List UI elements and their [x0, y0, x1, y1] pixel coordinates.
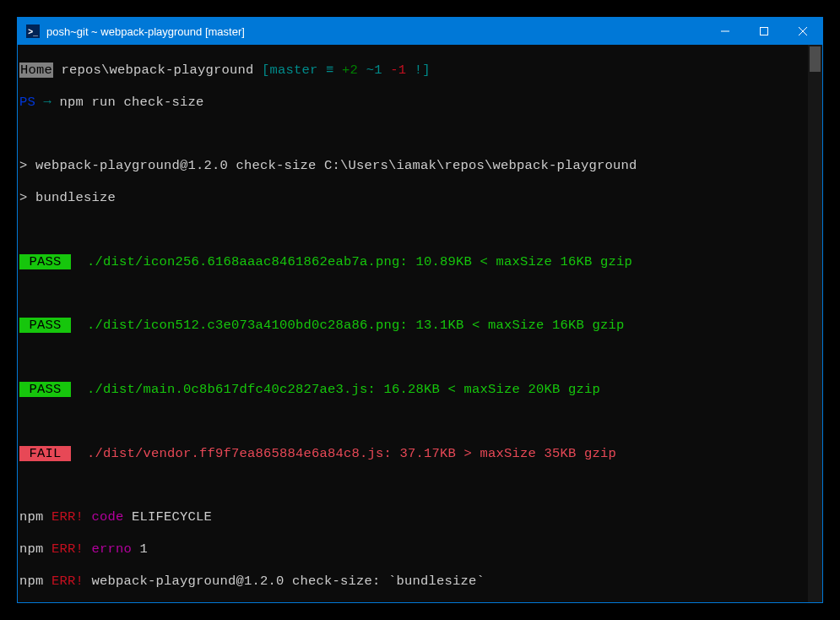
npm-label: npm	[19, 541, 44, 557]
err-code-value: ELIFECYCLE	[124, 509, 213, 525]
maximize-button[interactable]	[745, 18, 783, 45]
err-label: ERR!	[44, 509, 84, 525]
result-line-1: ./dist/icon256.6168aaac8461862eab7a.png:…	[71, 254, 632, 269]
branch-name: master	[270, 63, 318, 78]
terminal-output[interactable]: Home repos\webpack-playground [master ≡ …	[18, 45, 808, 602]
err-errno-label: errno	[84, 541, 132, 557]
git-added: +2	[342, 63, 358, 78]
window-controls	[706, 18, 822, 45]
command-text: npm run check-size	[60, 95, 204, 110]
terminal-window: >_ posh~git ~ webpack-playground [master…	[17, 17, 823, 603]
home-badge: Home	[19, 63, 53, 78]
git-modified: ~1	[358, 63, 390, 78]
svg-rect-1	[761, 28, 768, 35]
bracket-open: [	[262, 63, 270, 78]
npm-run-header-2: > bundlesize	[19, 190, 116, 205]
powershell-icon: >_	[26, 24, 40, 38]
err-label: ERR!	[44, 574, 84, 589]
npm-label: npm	[19, 574, 44, 589]
scrollbar-thumb[interactable]	[810, 46, 821, 72]
window-title: posh~git ~ webpack-playground [master]	[46, 25, 706, 38]
minimize-button[interactable]	[706, 18, 745, 45]
pass-badge: PASS	[19, 254, 71, 269]
pass-badge: PASS	[19, 382, 71, 397]
fail-badge: FAIL	[19, 446, 71, 461]
close-button[interactable]	[783, 18, 822, 45]
titlebar[interactable]: >_ posh~git ~ webpack-playground [master…	[18, 18, 822, 45]
result-line-3: ./dist/main.0c8b617dfc40c2827ae3.js: 16.…	[71, 382, 600, 397]
ps-label: PS	[19, 95, 35, 110]
result-line-2: ./dist/icon512.c3e073a4100bd0c28a86.png:…	[71, 318, 625, 333]
scrollbar[interactable]	[808, 45, 822, 602]
git-deleted: -1	[390, 63, 406, 78]
err-errno-value: 1	[132, 541, 148, 557]
result-line-4: ./dist/vendor.ff9f7ea865884e6a84c8.js: 3…	[71, 446, 616, 461]
prompt-path: repos\webpack-playground	[53, 63, 262, 78]
branch-eq: ≡	[318, 63, 343, 78]
err-code-label: code	[84, 509, 124, 525]
prompt-arrow: →	[35, 95, 60, 110]
err-checksize-1: webpack-playground@1.2.0 check-size: `bu…	[84, 574, 485, 589]
git-bang: !	[406, 63, 422, 78]
npm-run-header-1: > webpack-playground@1.2.0 check-size C:…	[19, 158, 637, 173]
pass-badge: PASS	[19, 318, 71, 333]
terminal-body: Home repos\webpack-playground [master ≡ …	[18, 45, 822, 602]
npm-label: npm	[19, 509, 44, 525]
err-label: ERR!	[44, 541, 84, 557]
bracket-close: ]	[422, 63, 431, 78]
